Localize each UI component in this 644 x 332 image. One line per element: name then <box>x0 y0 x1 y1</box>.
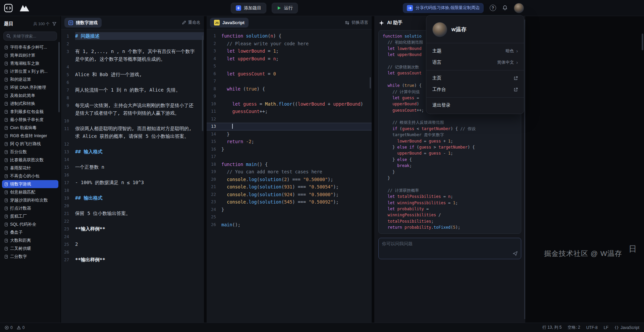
menu-item-logout[interactable]: 退出登录 <box>426 100 524 111</box>
problem-line: 7两人轮流猜一个 1 到 n 的数字, Alice 先猜。 <box>61 86 204 94</box>
sidebar-item[interactable]: 计算位置 x 到 y 的... <box>2 67 58 75</box>
language-mode[interactable]: {} JavaScript <box>614 325 639 330</box>
code-line[interactable]: 11 guessCount++; <box>207 108 372 115</box>
line-number: 7 <box>207 77 221 85</box>
sidebar-item-label: 和的逆运算 <box>10 77 31 82</box>
code-line[interactable]: 22 console.log(solution(924) === "0.5000… <box>207 191 372 199</box>
search-input[interactable] <box>13 34 54 39</box>
sidebar-item[interactable]: 和的逆运算 <box>2 75 58 84</box>
sidebar-item[interactable]: 简单四则计算 <box>2 51 58 59</box>
sidebar-item[interactable]: 及格如此简单 <box>2 92 58 100</box>
mountain-logo-icon <box>19 4 30 12</box>
user-avatar[interactable] <box>514 3 524 13</box>
send-icon[interactable] <box>513 251 518 256</box>
sidebar-item[interactable]: 二分数字 <box>2 253 58 261</box>
code-line[interactable]: 21 console.log(solution(931) === "0.5005… <box>207 183 372 191</box>
sidebar-item[interactable]: 百分位数 <box>2 148 58 156</box>
problem-text: # 问题描述 <box>75 33 100 39</box>
app-logo-icon[interactable] <box>4 4 13 12</box>
promo-banner[interactable]: 分享代码练习体验,领限量定制周边 <box>403 3 484 13</box>
problem-scrollbar[interactable] <box>202 36 203 131</box>
code-line[interactable]: 5 <box>207 62 372 70</box>
search-box[interactable] <box>3 32 57 41</box>
rename-button[interactable]: 重命名 <box>182 20 201 25</box>
code-line[interactable]: 17 <box>207 153 372 161</box>
code-line[interactable]: 10 let guess = Math.floor((lowerBound + … <box>207 100 372 108</box>
code-line[interactable]: 24} <box>207 206 372 214</box>
menu-item-language[interactable]: 语言 简体中文 › <box>426 57 524 68</box>
ai-question-input[interactable] <box>378 238 521 259</box>
line-number: 12 <box>207 115 221 123</box>
code-line[interactable]: 23 console.log(solution(545) === "0.5009… <box>207 198 372 206</box>
topbar-left <box>4 4 30 12</box>
indent-setting[interactable]: 空格: 2 <box>568 325 580 330</box>
sidebar-item[interactable]: RGB 色值转 Integer <box>2 132 58 140</box>
sidebar-item[interactable]: 二叉树供暖 <box>2 244 58 253</box>
language-tab[interactable]: JS JavaScript <box>210 18 249 27</box>
line-number: 26 <box>207 221 221 229</box>
user-menu-profile[interactable]: w温存 <box>426 18 524 41</box>
menu-item-home[interactable]: 主页 <box>426 72 524 84</box>
sidebar-item[interactable]: 叠盘子 <box>2 228 58 236</box>
code-line[interactable]: 14 } <box>207 130 372 138</box>
code-line[interactable]: 1function solution(n) { <box>207 32 372 40</box>
sidebar-item[interactable]: 拿到最多红包金额 <box>2 108 58 116</box>
eol-setting[interactable]: LF <box>604 325 608 330</box>
sidebar-item[interactable]: 创意标题匹配 <box>2 188 58 196</box>
code-text: while (true) { <box>221 85 265 93</box>
sidebar-item[interactable]: 打点计数器 <box>2 204 58 212</box>
brand-logo[interactable] <box>19 4 30 12</box>
code-line[interactable]: 6 let guessCount = 0 <box>207 70 372 78</box>
errors-indicator[interactable]: 0 <box>5 325 13 330</box>
menu-item-theme[interactable]: 主题 暗色 › <box>426 45 524 57</box>
code-line[interactable]: 9 <box>207 93 372 100</box>
code-line[interactable]: 7 <box>207 77 372 85</box>
code-line[interactable]: 16} <box>207 146 372 153</box>
sidebar-item[interactable]: Cion 勒索病毒 <box>2 124 58 132</box>
code-line[interactable]: 2 // Please write your code here <box>207 40 372 48</box>
sidebar-item[interactable]: 阿 Q 的飞行路线 <box>2 140 58 148</box>
switch-language-button[interactable]: 切换语言 <box>345 20 368 25</box>
sidebar-item[interactable]: 字符串有多少种可... <box>2 43 58 51</box>
sidebar-item[interactable]: SQL 代码补全 <box>2 220 58 228</box>
problem-tab[interactable]: 猜数字游戏 <box>64 18 102 27</box>
notifications-icon[interactable] <box>502 5 508 11</box>
sidebar-item[interactable]: 不再贪心的小包 <box>2 172 58 180</box>
code-line[interactable]: 18function main() { <box>207 161 372 168</box>
add-problem-button[interactable]: 添加题目 <box>231 3 266 13</box>
sidebar-item[interactable]: 穿越沙漠的补给次数 <box>2 196 58 204</box>
sidebar-item[interactable]: 大数和距离 <box>2 236 58 244</box>
help-icon[interactable]: ? <box>490 5 496 11</box>
sidebar-item[interactable]: 蛋糕工厂 <box>2 212 58 220</box>
sidebar-item[interactable]: 比赛最高获胜次数 <box>2 156 58 164</box>
problem-line: 10 <box>61 117 204 125</box>
document-icon <box>5 110 8 114</box>
sidebar-scrollbar[interactable] <box>58 42 60 112</box>
code-line[interactable]: 26main(); <box>207 221 372 229</box>
code-line[interactable]: 25 <box>207 213 372 221</box>
filter-icon[interactable] <box>52 22 56 26</box>
code-line[interactable]: 20 console.log(solution(2) === "0.50000"… <box>207 176 372 183</box>
editor-lines[interactable]: 1function solution(n) {2 // Please write… <box>207 30 372 228</box>
code-line[interactable]: 19 // You can add more test cases here <box>207 168 372 176</box>
sidebar-item[interactable]: 最小替换子串长度 <box>2 116 58 124</box>
cursor-position[interactable]: 行 13, 列 5 <box>542 325 561 330</box>
code-line[interactable]: 4 let upperBound = n; <box>207 55 372 63</box>
warnings-indicator[interactable]: 0 <box>17 325 25 330</box>
code-line[interactable]: 3 let lowerBound = 1; <box>207 47 372 55</box>
encoding-setting[interactable]: UTF-8 <box>586 325 598 330</box>
sidebar-item[interactable]: 进制式和转换 <box>2 100 58 108</box>
code-line[interactable]: 8 while (true) { <box>207 85 372 93</box>
code-line[interactable]: 12 <box>207 115 372 123</box>
code-line[interactable]: 13 <box>207 123 372 130</box>
sidebar-item[interactable]: 猜数字游戏 <box>2 180 58 188</box>
page-scrollbar[interactable] <box>642 34 643 50</box>
code-line[interactable]: 15 return -2; <box>207 138 372 146</box>
sidebar-item[interactable]: 环状 DNA 序列整理 <box>2 84 58 92</box>
run-button[interactable]: 运行 <box>272 3 298 13</box>
sidebar-item[interactable]: 青海湖租车之旅 <box>2 59 58 67</box>
sidebar-item[interactable]: 暴雨梨花针 <box>2 164 58 172</box>
editor-scrollbar[interactable] <box>370 77 371 89</box>
menu-item-workspace[interactable]: 工作台 <box>426 84 524 95</box>
problem-line: 26 <box>61 248 204 256</box>
